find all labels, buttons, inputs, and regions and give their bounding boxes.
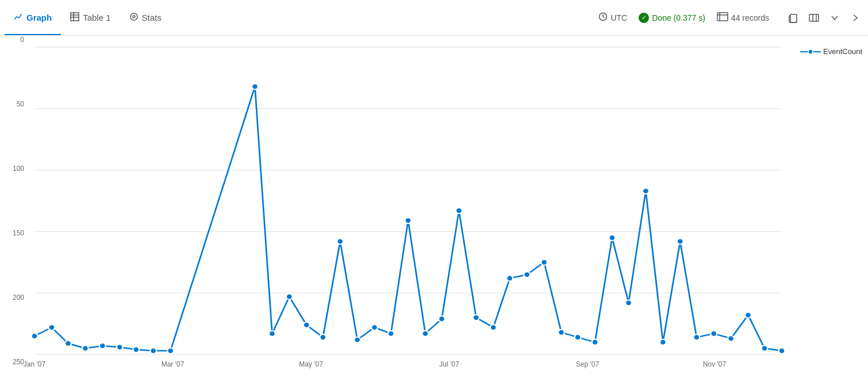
legend-item: EventCount	[800, 47, 862, 56]
legend: EventCount	[800, 47, 862, 56]
svg-rect-0	[71, 13, 79, 21]
y-label-150: 150	[13, 229, 24, 237]
tab-graph-label: Graph	[26, 13, 52, 22]
chart-container: 250 200 150 100 50 0 Jan '07 Mar '07 May…	[0, 36, 868, 389]
chart-dot	[693, 334, 700, 340]
x-label-sep: Sep '07	[576, 360, 599, 368]
chart-dot	[524, 272, 530, 277]
chart-dot	[354, 337, 360, 342]
tab-graph[interactable]: Graph	[5, 0, 61, 35]
chart-dot	[117, 344, 123, 350]
chevron-down-button[interactable]	[827, 10, 843, 26]
svg-point-5	[133, 16, 135, 18]
chart-dot	[422, 331, 428, 337]
chart-dot	[456, 208, 462, 213]
clock-icon	[598, 12, 608, 23]
x-label-jan: Jan '07	[24, 360, 45, 368]
x-label-may: May '07	[299, 360, 323, 368]
svg-rect-10	[790, 14, 797, 22]
svg-point-21	[808, 49, 813, 54]
svg-rect-7	[717, 13, 728, 21]
chart-dot	[252, 83, 258, 89]
chart-dot	[677, 239, 683, 245]
x-label-jul: Jul '07	[439, 360, 459, 368]
top-bar: Graph Table 1 Stats	[0, 0, 868, 36]
x-label-nov: Nov '07	[703, 360, 726, 368]
chart-dot	[133, 347, 139, 353]
y-label-50: 50	[17, 100, 24, 108]
chart-dot	[779, 348, 785, 354]
y-label-100: 100	[13, 165, 24, 173]
chart-dot	[762, 345, 768, 351]
y-label-200: 200	[13, 293, 24, 302]
chart-dot	[405, 218, 412, 223]
tab-table-label: Table 1	[83, 13, 110, 22]
timezone-status: UTC	[598, 12, 627, 23]
y-axis: 250 200 150 100 50 0	[0, 36, 29, 366]
timezone-label: UTC	[610, 13, 627, 22]
table-icon	[70, 12, 79, 23]
chart-dot	[643, 188, 649, 194]
tab-stats-label: Stats	[142, 13, 162, 22]
chart-dot	[48, 325, 55, 330]
status-bar: UTC ✓ Done (0.377 s) 44 records	[598, 10, 863, 26]
chart-dot	[625, 300, 632, 306]
chart-dot	[32, 333, 38, 339]
records-label: 44 records	[731, 13, 769, 22]
tab-stats[interactable]: Stats	[120, 0, 171, 35]
svg-rect-11	[809, 14, 819, 21]
chart-dot	[99, 343, 106, 349]
chart-dot	[269, 331, 275, 337]
chart-dot	[167, 348, 174, 354]
chart-dot	[490, 325, 497, 330]
chart-dot	[728, 335, 734, 341]
records-icon	[717, 12, 728, 23]
chart-dot	[541, 260, 547, 265]
chart-dot	[304, 322, 310, 328]
chart-dot	[286, 294, 293, 300]
chart-dot	[558, 330, 564, 335]
chart-dot	[745, 312, 751, 318]
chart-dot	[388, 331, 394, 337]
tab-table[interactable]: Table 1	[61, 0, 120, 35]
done-status: ✓ Done (0.377 s)	[639, 13, 705, 23]
chart-dot	[506, 276, 513, 281]
clipboard-button[interactable]	[785, 10, 801, 26]
svg-point-4	[130, 13, 137, 20]
check-icon: ✓	[639, 13, 649, 23]
chart-dot	[660, 340, 666, 345]
chart-dot	[371, 325, 378, 330]
done-label: Done (0.377 s)	[652, 13, 705, 22]
y-label-250: 250	[13, 358, 24, 366]
chart-dot	[65, 341, 71, 346]
chart-dot	[150, 348, 156, 354]
chart-dot	[592, 340, 598, 345]
chart-dot	[439, 316, 445, 322]
chevron-right-button[interactable]	[847, 10, 863, 26]
columns-button[interactable]	[806, 10, 822, 26]
x-label-mar: Mar '07	[162, 360, 185, 368]
toolbar-icons	[785, 10, 863, 26]
chart-dot	[337, 239, 343, 245]
chart-dot	[320, 334, 326, 340]
stats-icon	[129, 12, 139, 23]
graph-icon	[14, 12, 23, 23]
x-axis: Jan '07 Mar '07 May '07 Jul '07 Sep '07 …	[34, 360, 782, 377]
chart-dot	[473, 315, 479, 321]
chart-dot	[710, 331, 717, 337]
chart-dot	[609, 235, 615, 241]
line-chart	[34, 47, 782, 354]
y-label-0: 0	[20, 36, 24, 44]
records-status: 44 records	[717, 12, 769, 23]
chart-dot	[82, 345, 89, 351]
chart-dot	[575, 334, 581, 340]
legend-label: EventCount	[823, 47, 862, 56]
